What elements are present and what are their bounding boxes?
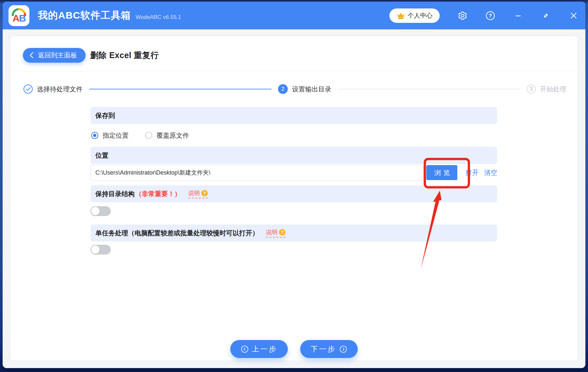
svg-text:?: ?: [489, 12, 492, 18]
help-button[interactable]: ?: [484, 9, 497, 22]
save-to-header: 保存到: [90, 107, 497, 124]
location-row: 浏览 打开 清空: [90, 165, 497, 180]
step-3: 3 开始处理: [527, 85, 566, 94]
close-button[interactable]: [567, 9, 580, 22]
prev-step-label: 上一步: [252, 344, 277, 354]
radio-specified-location[interactable]: 指定位置: [91, 131, 129, 140]
step-2-label: 设置输出目录: [292, 85, 331, 94]
minimize-icon: [514, 11, 522, 20]
keep-structure-toggle-row: [90, 206, 497, 216]
single-task-toggle[interactable]: [90, 245, 111, 255]
back-button-label: 返回到主面板: [38, 51, 77, 60]
single-task-header: 单任务处理（电脑配置较差或批量处理较慢时可以打开） 说明 ?: [90, 225, 497, 241]
keep-structure-title: 保持目录结构: [95, 190, 135, 198]
radio-overwrite-original[interactable]: 覆盖原文件: [145, 131, 189, 140]
app-window: AB 我的ABC软件工具箱 WodeABC v6.55.1 个人中心: [3, 2, 585, 368]
content-card: 返回到主面板 删除 Excel 重复行 选择待处理文件 2 设置输出目录: [10, 36, 578, 361]
app-title: 我的ABC软件工具箱: [38, 9, 131, 22]
step-indicator: 选择待处理文件 2 设置输出目录 3 开始处理: [10, 71, 578, 107]
step-2-number: 2: [278, 84, 288, 94]
step-1-label: 选择待处理文件: [37, 85, 83, 94]
keep-structure-header: 保持目录结构 （非常重要！） 说明 ?: [90, 185, 497, 202]
user-center-button[interactable]: 个人中心: [389, 8, 440, 23]
question-badge-icon: ?: [201, 190, 208, 196]
logo-arc-icon: [11, 8, 26, 16]
close-icon: [569, 11, 578, 20]
keep-structure-toggle[interactable]: [90, 206, 111, 216]
desktop-background: AB 我的ABC软件工具箱 WodeABC v6.55.1 个人中心: [0, 0, 588, 372]
step-connector-pending: [338, 89, 520, 89]
card-header: 返回到主面板 删除 Excel 重复行: [10, 36, 578, 71]
toggle-knob: [91, 245, 100, 254]
single-task-toggle-row: [90, 245, 497, 255]
output-path-input[interactable]: [90, 165, 424, 180]
keep-structure-help-link[interactable]: 说明 ?: [188, 189, 208, 198]
save-to-options: 指定位置 覆盖原文件: [90, 124, 497, 147]
step-3-number: 3: [527, 85, 536, 94]
step-1-check-icon: [24, 85, 33, 94]
radio-overwrite-original-label: 覆盖原文件: [156, 131, 189, 140]
location-header: 位置: [90, 147, 497, 164]
wizard-footer: 上一步 下一步: [10, 340, 578, 358]
single-task-title: 单任务处理（电脑配置较差或批量处理较慢时可以打开）: [95, 229, 259, 238]
important-warning: （非常重要！）: [135, 190, 181, 198]
step-2: 2 设置输出目录: [278, 84, 331, 94]
clear-link[interactable]: 清空: [484, 168, 497, 177]
gear-icon: [458, 11, 467, 21]
page-title: 删除 Excel 重复行: [90, 50, 159, 61]
help-link-label: 说明: [266, 228, 278, 236]
question-badge-icon: ?: [279, 229, 286, 236]
prev-step-button[interactable]: 上一步: [230, 340, 288, 358]
next-step-button[interactable]: 下一步: [300, 340, 358, 358]
help-link-label: 说明: [188, 189, 200, 197]
user-center-label: 个人中心: [408, 11, 433, 20]
radio-specified-location-label: 指定位置: [103, 131, 129, 140]
app-logo: AB: [8, 5, 29, 26]
step-connector-done: [89, 89, 271, 89]
radio-selected-icon: [91, 132, 98, 139]
window-body: 返回到主面板 删除 Excel 重复行 选择待处理文件 2 设置输出目录: [3, 29, 585, 368]
chevron-left-icon: [29, 52, 34, 58]
circle-arrow-right-icon: [339, 345, 347, 353]
maximize-button[interactable]: [539, 9, 552, 22]
minimize-button[interactable]: [512, 9, 525, 22]
help-icon: ?: [485, 11, 495, 21]
step-1: 选择待处理文件: [24, 85, 83, 94]
single-task-help-link[interactable]: 说明 ?: [266, 228, 286, 238]
next-step-label: 下一步: [311, 344, 336, 354]
radio-unselected-icon: [145, 132, 152, 139]
settings-button[interactable]: [456, 9, 469, 22]
maximize-icon: [542, 11, 550, 20]
open-link[interactable]: 打开: [466, 168, 479, 177]
toggle-knob: [91, 207, 100, 215]
titlebar: AB 我的ABC软件工具箱 WodeABC v6.55.1 个人中心: [3, 2, 585, 29]
settings-content: 保存到 指定位置 覆盖原文件 位置 浏: [90, 107, 497, 255]
crown-icon: [397, 12, 405, 20]
app-version: WodeABC v6.55.1: [136, 14, 181, 21]
circle-arrow-left-icon: [241, 345, 249, 353]
step-3-label: 开始处理: [540, 85, 566, 94]
back-to-main-button[interactable]: 返回到主面板: [23, 48, 86, 63]
browse-button[interactable]: 浏览: [426, 165, 457, 180]
